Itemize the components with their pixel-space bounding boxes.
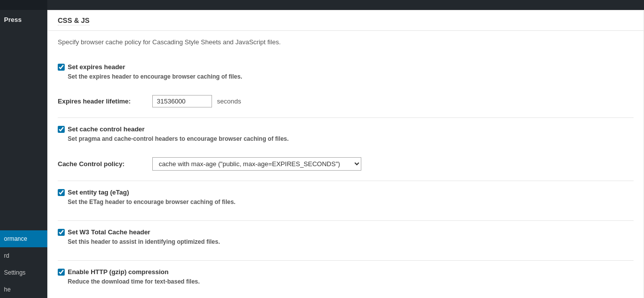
sidebar-item-the-label: he: [4, 286, 10, 293]
divider-1: [58, 117, 634, 118]
expires-header-description: Set the expires header to encourage brow…: [68, 73, 634, 80]
cache-control-label[interactable]: Set cache control header: [58, 125, 634, 133]
w3tc-header-label[interactable]: Set W3 Total Cache header: [58, 228, 634, 236]
w3tc-header-title: Set W3 Total Cache header: [68, 228, 150, 236]
w3tc-header-description: Set this header to assist in identifying…: [68, 238, 634, 245]
entity-tag-title: Set entity tag (eTag): [68, 189, 129, 196]
expires-header-title: Set expires header: [68, 63, 125, 71]
panel-description: Specify browser cache policy for Cascadi…: [58, 38, 634, 53]
panel-title: CSS & JS: [58, 16, 90, 25]
expires-header-label[interactable]: Set expires header: [58, 63, 634, 71]
sidebar-top-bar: [0, 0, 47, 10]
expires-header-checkbox[interactable]: [58, 64, 65, 71]
cache-policy-label: Cache Control policy:: [58, 160, 147, 168]
wordpress-label: Press: [0, 10, 47, 29]
main-top-bar: [47, 0, 644, 10]
sidebar-item-settings-label: Settings: [4, 269, 25, 276]
cache-control-setting: Set cache control header Set pragma and …: [58, 125, 634, 147]
cache-control-title: Set cache control header: [68, 125, 145, 133]
expires-lifetime-row: Expires header lifetime: seconds: [58, 95, 634, 107]
divider-3: [58, 220, 634, 221]
entity-tag-description: Set the ETag header to encourage browser…: [68, 199, 634, 205]
divider-4: [58, 260, 634, 261]
settings-panel: CSS & JS Specify browser cache policy fo…: [47, 10, 644, 298]
divider-2: [58, 181, 634, 181]
content-area: CSS & JS Specify browser cache policy fo…: [47, 10, 644, 298]
gzip-checkbox[interactable]: [58, 269, 65, 276]
main-wrapper: CSS & JS Specify browser cache policy fo…: [47, 0, 644, 298]
w3tc-header-setting: Set W3 Total Cache header Set this heade…: [58, 228, 634, 250]
entity-tag-checkbox[interactable]: [58, 189, 65, 196]
w3tc-header-checkbox[interactable]: [58, 229, 65, 236]
expires-lifetime-label: Expires header lifetime:: [58, 98, 147, 105]
gzip-label[interactable]: Enable HTTP (gzip) compression: [58, 268, 634, 276]
sidebar-item-item2-label: rd: [4, 252, 9, 259]
cache-control-description: Set pragma and cache-control headers to …: [68, 135, 634, 142]
gzip-description: Reduce the download time for text-based …: [68, 278, 634, 285]
sidebar-item-item2[interactable]: rd: [0, 247, 47, 264]
sidebar-nav: ormance rd Settings he: [0, 230, 47, 298]
sidebar: Press ormance rd Settings he: [0, 0, 47, 298]
sidebar-item-performance[interactable]: ormance: [0, 230, 47, 247]
expires-lifetime-input[interactable]: [152, 95, 212, 107]
sidebar-item-settings[interactable]: Settings: [0, 264, 47, 281]
cache-policy-select[interactable]: cache with max-age ("public, max-age=EXP…: [152, 157, 361, 171]
gzip-title: Enable HTTP (gzip) compression: [68, 268, 169, 276]
panel-header: CSS & JS: [48, 10, 644, 31]
entity-tag-setting: Set entity tag (eTag) Set the ETag heade…: [58, 189, 634, 210]
sidebar-spacer: [0, 29, 47, 230]
sidebar-item-the[interactable]: he: [0, 281, 47, 298]
cache-control-checkbox[interactable]: [58, 126, 65, 133]
sidebar-item-performance-label: ormance: [4, 235, 27, 242]
expires-header-setting: Set expires header Set the expires heade…: [58, 63, 634, 85]
gzip-setting: Enable HTTP (gzip) compression Reduce th…: [58, 268, 634, 290]
cache-policy-row: Cache Control policy: cache with max-age…: [58, 157, 634, 171]
expires-lifetime-unit: seconds: [217, 98, 241, 105]
panel-body: Specify browser cache policy for Cascadi…: [48, 31, 644, 298]
entity-tag-label[interactable]: Set entity tag (eTag): [58, 189, 634, 196]
